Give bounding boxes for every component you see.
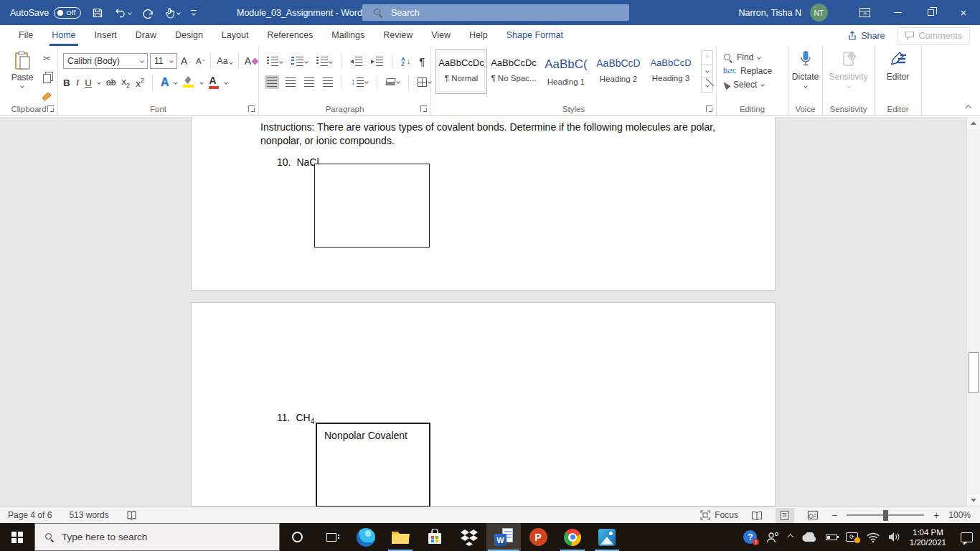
text-effects-chevron[interactable] xyxy=(174,80,179,85)
style-no-spacing[interactable]: AaBbCcDc ¶ No Spac... xyxy=(488,50,540,94)
text-effects-button[interactable]: A xyxy=(161,76,169,89)
format-painter-button[interactable] xyxy=(42,91,52,102)
grow-font-button[interactable]: Aˆ xyxy=(179,54,192,68)
web-layout-button[interactable] xyxy=(804,508,822,523)
proofing-status-icon[interactable] xyxy=(126,510,137,521)
zoom-out-button[interactable]: − xyxy=(831,509,837,521)
increase-indent-button[interactable] xyxy=(369,55,385,68)
volume-tray-icon[interactable] xyxy=(888,532,901,542)
italic-button[interactable]: I xyxy=(76,77,80,88)
signed-in-user-name[interactable]: Narron, Tisha N xyxy=(738,8,801,18)
onedrive-tray-icon[interactable] xyxy=(801,532,817,542)
taskbar-chrome[interactable] xyxy=(555,523,590,551)
tab-design[interactable]: Design xyxy=(166,25,212,46)
align-center-button[interactable] xyxy=(283,75,298,89)
editor-button[interactable]: Editor xyxy=(875,50,921,82)
align-right-button[interactable] xyxy=(302,75,316,89)
clipboard-dialog-launcher[interactable] xyxy=(47,105,54,112)
minimize-button[interactable] xyxy=(881,0,914,25)
close-button[interactable]: × xyxy=(947,0,980,25)
select-dropdown-chevron[interactable] xyxy=(761,83,765,87)
print-layout-button[interactable] xyxy=(776,508,794,523)
autosave-control[interactable]: AutoSave Off xyxy=(10,7,81,19)
read-mode-button[interactable] xyxy=(748,508,766,523)
strikethrough-button[interactable]: ab xyxy=(106,77,116,88)
copy-button[interactable] xyxy=(43,74,51,83)
autosave-toggle[interactable]: Off xyxy=(54,7,81,19)
cortana-button[interactable] xyxy=(280,523,314,551)
multilevel-list-button[interactable] xyxy=(314,55,334,68)
line-spacing-button[interactable]: ↕ xyxy=(349,75,370,89)
styles-dialog-launcher[interactable] xyxy=(706,105,712,112)
style-normal[interactable]: AaBbCcDc ¶ Normal xyxy=(435,50,487,94)
clear-formatting-button[interactable]: A xyxy=(243,54,259,68)
styles-scroll-down-button[interactable] xyxy=(702,65,712,78)
restore-button[interactable] xyxy=(914,0,947,25)
tab-view[interactable]: View xyxy=(422,25,460,46)
scroll-down-button[interactable] xyxy=(967,494,980,507)
scrollbar-thumb[interactable] xyxy=(969,352,979,393)
touch-mode-dropdown-chevron[interactable] xyxy=(176,11,181,15)
question-11[interactable]: 11. CH4 xyxy=(277,412,314,425)
tab-home[interactable]: Home xyxy=(42,25,85,46)
user-avatar[interactable]: NT xyxy=(810,4,828,22)
tab-file[interactable]: File xyxy=(9,25,42,46)
zoom-slider[interactable] xyxy=(847,514,924,516)
font-size-combobox[interactable]: 11 xyxy=(150,53,177,69)
sync-tray-icon[interactable]: ⟳ xyxy=(846,532,858,542)
dictate-dropdown-chevron[interactable] xyxy=(804,84,808,88)
font-name-combobox[interactable]: Calibri (Body) xyxy=(63,53,148,69)
numbering-button[interactable] xyxy=(289,55,310,68)
subscript-button[interactable]: x2 xyxy=(121,76,130,89)
wifi-tray-icon[interactable] xyxy=(867,532,880,542)
taskbar-edge[interactable] xyxy=(349,523,383,551)
select-button[interactable]: Select xyxy=(723,80,788,90)
tab-insert[interactable]: Insert xyxy=(85,25,126,46)
undo-button[interactable] xyxy=(114,7,131,19)
touch-mouse-mode-button[interactable] xyxy=(165,7,180,19)
task-view-button[interactable] xyxy=(314,523,349,551)
taskbar-dropbox[interactable] xyxy=(452,523,486,551)
battery-tray-icon[interactable] xyxy=(826,534,837,540)
get-help-tray-icon[interactable]: ?! xyxy=(743,530,757,544)
justify-button[interactable] xyxy=(321,75,335,89)
redo-button[interactable] xyxy=(142,7,154,19)
taskbar-powerpoint[interactable]: P xyxy=(521,523,555,551)
page-indicator[interactable]: Page 4 of 6 xyxy=(8,510,52,520)
underline-button[interactable]: U xyxy=(85,77,92,88)
paragraph-dialog-launcher[interactable] xyxy=(420,105,427,112)
dictate-button[interactable]: Dictate xyxy=(788,50,822,88)
underline-dropdown-chevron[interactable] xyxy=(97,80,101,85)
cut-button[interactable]: ✂ xyxy=(43,53,51,64)
taskbar-search-box[interactable]: Type here to search xyxy=(34,523,280,551)
document-page-2[interactable]: 11. CH4 Nonpolar Covalent xyxy=(191,302,776,507)
highlight-dropdown-chevron[interactable] xyxy=(200,80,204,85)
tab-draw[interactable]: Draw xyxy=(126,25,166,46)
hidden-icons-chevron[interactable] xyxy=(788,534,793,540)
text-highlight-button[interactable] xyxy=(183,76,194,89)
tell-me-search-box[interactable]: Search xyxy=(362,4,629,21)
shading-button[interactable] xyxy=(384,76,402,88)
decrease-indent-button[interactable] xyxy=(348,55,364,68)
undo-dropdown-chevron[interactable] xyxy=(128,11,132,15)
font-color-chevron[interactable] xyxy=(225,80,229,85)
bold-button[interactable]: B xyxy=(63,77,70,88)
ribbon-display-options-button[interactable] xyxy=(848,0,881,25)
style-heading-2[interactable]: AaBbCcD Heading 2 xyxy=(593,50,644,94)
taskbar-word[interactable]: W xyxy=(486,523,521,551)
customize-quick-access-toolbar-button[interactable] xyxy=(191,10,197,15)
paste-button[interactable]: Paste xyxy=(6,51,38,103)
style-heading-1[interactable]: AaBbC( Heading 1 xyxy=(540,50,592,94)
tab-layout[interactable]: Layout xyxy=(212,25,258,46)
taskbar-clock[interactable]: 1:04 PM 1/20/2021 xyxy=(910,527,946,547)
document-page-1[interactable]: Instructions: There are various types of… xyxy=(191,117,776,291)
tab-mailings[interactable]: Mailings xyxy=(322,25,374,46)
tab-help[interactable]: Help xyxy=(460,25,497,46)
tab-review[interactable]: Review xyxy=(374,25,422,46)
instructions-paragraph[interactable]: Instructions: There are various types of… xyxy=(260,121,715,148)
zoom-level[interactable]: 100% xyxy=(948,510,971,520)
shrink-font-button[interactable]: Aˇ xyxy=(194,55,206,67)
bullets-button[interactable] xyxy=(265,55,285,68)
replace-button[interactable]: b⇄c Replace xyxy=(723,66,788,76)
zoom-in-button[interactable]: + xyxy=(933,509,939,521)
